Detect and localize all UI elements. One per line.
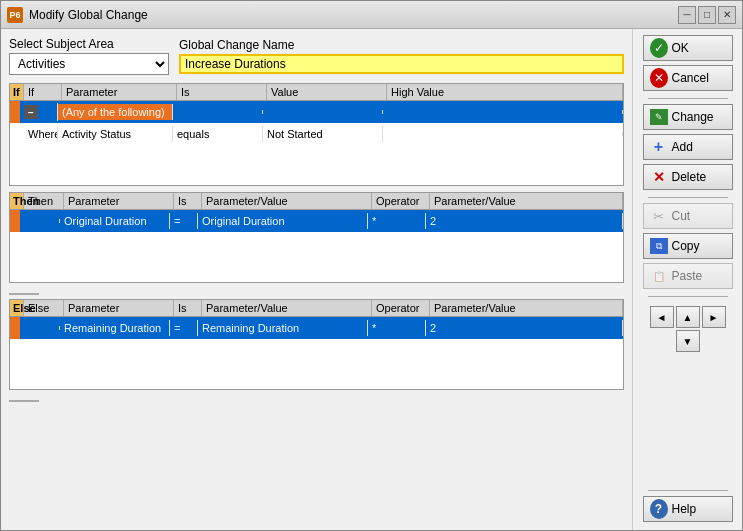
then-row-1[interactable]: Original Duration = Original Duration * … [10, 210, 623, 232]
if-col-is: Is [177, 84, 267, 100]
nav-left-button[interactable]: ◄ [650, 306, 674, 328]
change-button[interactable]: ✎ Change [643, 104, 733, 130]
ok-button[interactable]: ✓ OK [643, 35, 733, 61]
minimize-button[interactable]: ─ [678, 6, 696, 24]
then-col-is: Is [174, 193, 202, 209]
then-label-cell: Then [10, 193, 24, 209]
if-row2-value: Not Started [263, 126, 383, 142]
if-label: If [10, 84, 24, 100]
if-row1-orange [10, 101, 20, 123]
if-row1-value [263, 110, 383, 114]
then-col-op: Operator [372, 193, 430, 209]
right-panel: ✓ OK ✕ Cancel ✎ Change [632, 29, 742, 530]
title-bar: P6 Modify Global Change ─ □ ✕ [1, 1, 742, 29]
divider1 [648, 98, 728, 99]
add-label: Add [672, 140, 693, 154]
help-label: Help [672, 502, 697, 516]
then-row1-op: * [368, 213, 426, 229]
else-col-else: Else [24, 300, 64, 316]
paste-label: Paste [672, 269, 703, 283]
if-col-parameter: Parameter [62, 84, 177, 100]
main-window: P6 Modify Global Change ─ □ ✕ Select Sub… [0, 0, 743, 531]
else-label-cell: Else [10, 300, 24, 316]
if-col-high-value: High Value [387, 84, 623, 100]
else-row1-pv2: 2 [426, 320, 623, 336]
else-row1-pv1: Remaining Duration [198, 320, 368, 336]
if-row2-param: Activity Status [58, 126, 173, 142]
global-change-name-input[interactable] [179, 54, 624, 74]
cut-icon: ✂ [650, 207, 668, 225]
if-row2-col-if: Where [20, 126, 58, 142]
delete-icon: ✕ [650, 168, 668, 186]
if-row1-minus[interactable]: − [24, 105, 38, 119]
delete-button[interactable]: ✕ Delete [643, 164, 733, 190]
then-row1-param: Original Duration [60, 213, 170, 229]
else-row1-col-else [20, 326, 60, 330]
if-row-1[interactable]: − (Any of the following) [10, 101, 623, 123]
then-empty-space [10, 232, 623, 282]
copy-icon: ⧉ [650, 237, 668, 255]
global-change-name-label: Global Change Name [179, 38, 624, 52]
copy-button[interactable]: ⧉ Copy [643, 233, 733, 259]
then-col-parameter: Parameter [64, 193, 174, 209]
else-row-1[interactable]: Remaining Duration = Remaining Duration … [10, 317, 623, 339]
else-col-op: Operator [372, 300, 430, 316]
delete-label: Delete [672, 170, 707, 184]
change-label: Change [672, 110, 714, 124]
cancel-label: Cancel [672, 71, 709, 85]
window-controls: ─ □ ✕ [678, 6, 736, 24]
main-content: Select Subject Area Activities Global Ch… [1, 29, 742, 530]
if-row1-param: (Any of the following) [58, 104, 173, 120]
subject-area-select[interactable]: Activities [9, 53, 169, 75]
change-icon: ✎ [650, 108, 668, 126]
if-row2-high [383, 132, 623, 136]
separator2 [9, 400, 39, 402]
help-button[interactable]: ? Help [643, 496, 733, 522]
if-row-2[interactable]: Where Activity Status equals Not Started [10, 123, 623, 145]
else-col-pv2: Parameter/Value [430, 300, 623, 316]
copy-label: Copy [672, 239, 700, 253]
maximize-button[interactable]: □ [698, 6, 716, 24]
left-panel: Select Subject Area Activities Global Ch… [1, 29, 632, 530]
then-row1-orange [10, 210, 20, 232]
separator1 [9, 293, 39, 295]
else-row1-op: * [368, 320, 426, 336]
if-row1-is [173, 110, 263, 114]
if-section: If If Parameter Is Value High Value − (A… [9, 83, 624, 186]
then-col-then: Then [24, 193, 64, 209]
form-row: Select Subject Area Activities Global Ch… [9, 37, 624, 75]
if-table-header: If If Parameter Is Value High Value [10, 84, 623, 101]
if-row2-is: equals [173, 126, 263, 142]
close-button[interactable]: ✕ [718, 6, 736, 24]
nav-right-button[interactable]: ► [702, 306, 726, 328]
then-table-header: Then Then Parameter Is Parameter/Value O… [10, 193, 623, 210]
then-col-pv1: Parameter/Value [202, 193, 372, 209]
else-row1-param: Remaining Duration [60, 320, 170, 336]
add-button[interactable]: + Add [643, 134, 733, 160]
else-table-header: Else Else Parameter Is Parameter/Value O… [10, 300, 623, 317]
cut-button: ✂ Cut [643, 203, 733, 229]
else-empty-space [10, 339, 623, 389]
else-row1-is: = [170, 320, 198, 336]
paste-button: 📋 Paste [643, 263, 733, 289]
ok-label: OK [672, 41, 689, 55]
then-section: Then Then Parameter Is Parameter/Value O… [9, 192, 624, 283]
nav-down-button[interactable]: ▼ [676, 330, 700, 352]
add-icon: + [650, 138, 668, 156]
divider2 [648, 197, 728, 198]
else-col-parameter: Parameter [64, 300, 174, 316]
cut-label: Cut [672, 209, 691, 223]
then-row1-pv1: Original Duration [198, 213, 368, 229]
else-section: Else Else Parameter Is Parameter/Value O… [9, 299, 624, 390]
else-col-pv1: Parameter/Value [202, 300, 372, 316]
if-row2-spacer [10, 123, 20, 145]
nav-row: ◄ ▲ ▼ ► [650, 306, 726, 352]
then-row1-pv2: 2 [426, 213, 623, 229]
nav-up-button[interactable]: ▲ [676, 306, 700, 328]
then-col-pv2: Parameter/Value [430, 193, 623, 209]
else-row1-orange [10, 317, 20, 339]
if-row1-col-if: − [20, 103, 58, 121]
cancel-button[interactable]: ✕ Cancel [643, 65, 733, 91]
if-empty-space [10, 145, 623, 185]
window-title: Modify Global Change [29, 8, 678, 22]
